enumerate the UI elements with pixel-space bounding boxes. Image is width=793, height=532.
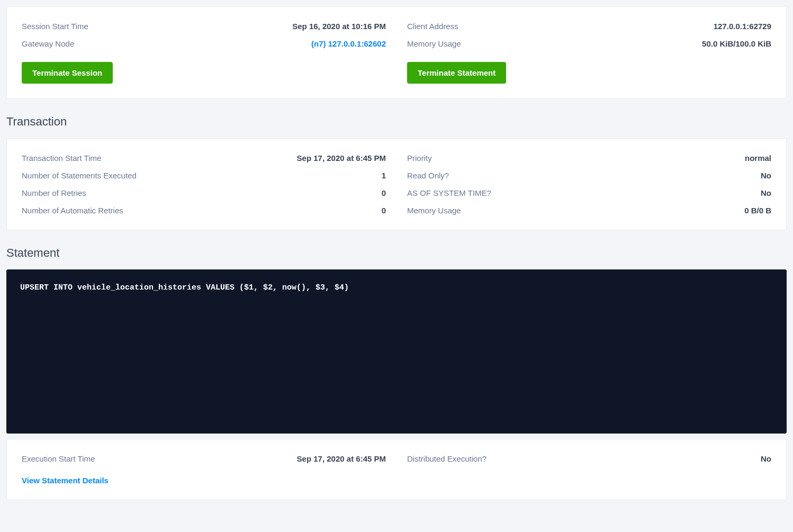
exec-start-time-label: Execution Start Time bbox=[22, 454, 95, 463]
gateway-node-link[interactable]: (n7) 127.0.0.1:62602 bbox=[311, 39, 386, 48]
session-start-time-value: Sep 16, 2020 at 10:16 PM bbox=[292, 22, 386, 31]
as-of-system-time-value: No bbox=[761, 188, 771, 197]
read-only-label: Read Only? bbox=[407, 171, 449, 180]
num-retries-value: 0 bbox=[382, 188, 386, 197]
num-statements-label: Number of Statements Executed bbox=[22, 171, 137, 180]
statement-heading: Statement bbox=[6, 246, 787, 260]
session-memory-value: 50.0 KiB/100.0 KiB bbox=[702, 39, 771, 48]
session-start-time-label: Session Start Time bbox=[22, 22, 88, 31]
transaction-start-time-label: Transaction Start Time bbox=[22, 154, 101, 163]
client-address-label: Client Address bbox=[407, 22, 458, 31]
statement-card: Execution Start Time Sep 17, 2020 at 6:4… bbox=[6, 439, 787, 500]
terminate-session-button[interactable]: Terminate Session bbox=[22, 62, 113, 84]
distributed-exec-value: No bbox=[761, 454, 771, 463]
read-only-value: No bbox=[761, 171, 771, 180]
transaction-memory-value: 0 B/0 B bbox=[744, 206, 771, 215]
num-auto-retries-value: 0 bbox=[382, 206, 386, 215]
transaction-heading: Transaction bbox=[6, 115, 787, 129]
transaction-memory-label: Memory Usage bbox=[407, 206, 461, 215]
num-retries-label: Number of Retries bbox=[22, 188, 86, 197]
terminate-statement-button[interactable]: Terminate Statement bbox=[407, 62, 506, 84]
distributed-exec-label: Distributed Execution? bbox=[407, 454, 486, 463]
statement-sql-block: UPSERT INTO vehicle_location_histories V… bbox=[6, 269, 787, 434]
transaction-start-time-value: Sep 17, 2020 at 6:45 PM bbox=[297, 154, 386, 163]
view-statement-details-link[interactable]: View Statement Details bbox=[22, 476, 109, 485]
session-card: Session Start Time Sep 16, 2020 at 10:16… bbox=[6, 6, 787, 99]
transaction-card: Transaction Start Time Sep 17, 2020 at 6… bbox=[6, 138, 787, 230]
priority-value: normal bbox=[745, 154, 771, 163]
gateway-node-label: Gateway Node bbox=[22, 39, 74, 48]
session-memory-label: Memory Usage bbox=[407, 39, 461, 48]
client-address-value: 127.0.0.1:62729 bbox=[714, 22, 771, 31]
exec-start-time-value: Sep 17, 2020 at 6:45 PM bbox=[297, 454, 386, 463]
num-statements-value: 1 bbox=[382, 171, 386, 180]
num-auto-retries-label: Number of Automatic Retries bbox=[22, 206, 123, 215]
as-of-system-time-label: AS OF SYSTEM TIME? bbox=[407, 188, 491, 197]
priority-label: Priority bbox=[407, 154, 432, 163]
